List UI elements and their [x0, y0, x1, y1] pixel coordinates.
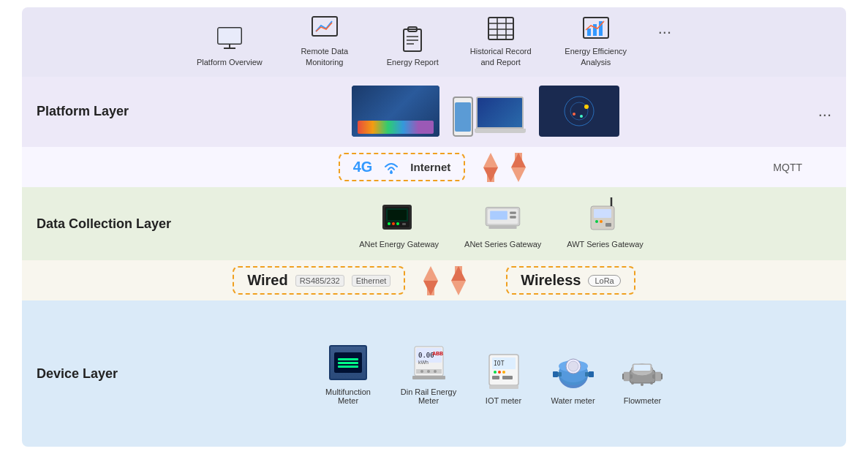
svg-point-49 — [595, 220, 598, 223]
awt-series-gateway-icon — [585, 197, 625, 238]
svg-point-23 — [584, 105, 589, 109]
meter-screen — [334, 352, 362, 373]
svg-rect-18 — [593, 24, 597, 36]
app-icon-energy-efficiency: Energy Efficiency Analysis — [563, 15, 629, 67]
app-more-dots: ... — [658, 15, 671, 38]
svg-text:ABB: ABB — [432, 351, 443, 356]
ethernet-label: Ethernet — [352, 275, 391, 287]
svg-rect-38 — [402, 223, 406, 225]
meter-line-1 — [338, 358, 358, 360]
device-layer: Device Layer Multifunction Meter — [22, 300, 846, 447]
anet-energy-gateway-label: ANet Energy Gateway — [359, 240, 439, 249]
svg-rect-96 — [655, 372, 661, 381]
gateway-anet-energy: ANet Energy Gateway — [359, 199, 439, 249]
device-din-rail-meter: 0.00 kWh ABB Din Rail Energy Meter — [399, 343, 458, 405]
svg-rect-1 — [218, 28, 241, 44]
water-meter-icon — [551, 352, 595, 392]
svg-point-98 — [641, 383, 644, 386]
svg-marker-30 — [511, 153, 526, 167]
svg-rect-20 — [546, 88, 612, 134]
multifunction-meter-label: Multifunction Meter — [319, 387, 377, 405]
monitor-icon — [215, 26, 244, 53]
internet-connection-layer: 4G Internet MQTT — [22, 147, 846, 187]
svg-rect-85 — [553, 371, 558, 377]
arrow-up-icon — [507, 153, 529, 182]
platform-screenshot-map — [539, 86, 619, 137]
gateway-anet-series: ANet Series Gateway — [464, 199, 541, 249]
platform-screenshots — [154, 86, 818, 137]
svg-rect-74 — [492, 376, 499, 379]
din-rail-meter-label: Din Rail Energy Meter — [399, 387, 458, 405]
wireless-protocol-box: Wireless LoRa — [506, 266, 635, 295]
anet-energy-icon-box — [379, 199, 419, 235]
multifunction-meter-icon-box — [325, 343, 372, 383]
platform-screenshot-mobile — [453, 86, 526, 137]
water-meter-label: Water meter — [551, 396, 595, 405]
svg-point-35 — [388, 222, 390, 225]
svg-marker-57 — [451, 266, 466, 281]
wifi-signal-icon — [381, 159, 401, 175]
arrow-down-icon — [480, 153, 502, 182]
device-flowmeter: Flowmeter — [619, 352, 666, 405]
svg-text:IOT: IOT — [494, 360, 505, 367]
svg-point-97 — [631, 382, 634, 385]
device-icons: Multifunction Meter 0.00 kWh — [154, 343, 831, 405]
app-icon-remote-data: Remote Data Monitoring — [292, 15, 358, 67]
wireless-label: Wireless — [521, 272, 581, 289]
anet-series-gateway-label: ANet Series Gateway — [464, 240, 541, 249]
lora-label: LoRa — [588, 275, 620, 287]
svg-rect-76 — [489, 385, 518, 389]
svg-rect-42 — [490, 211, 507, 220]
svg-rect-86 — [589, 371, 594, 377]
multifunction-meter-icon — [329, 345, 367, 380]
platform-more-dots: ... — [818, 102, 831, 121]
application-layer: Platform Overview Remote Data Monitoring — [22, 7, 846, 77]
svg-rect-66 — [412, 376, 445, 379]
svg-rect-44 — [510, 216, 516, 218]
platform-screenshot-monitor — [352, 86, 439, 137]
data-collection-title: Data Collection Layer — [37, 216, 171, 232]
device-multifunction-meter: Multifunction Meter — [319, 343, 377, 405]
awt-series-icon-box — [585, 199, 625, 235]
flowmeter-icon-box — [619, 352, 666, 392]
data-collection-layer: Data Collection Layer — [22, 187, 846, 260]
app-icon-label-platform-overview: Platform Overview — [197, 57, 263, 67]
device-layer-title: Device Layer — [37, 366, 154, 382]
din-rail-meter-icon-box: 0.00 kWh ABB — [405, 343, 453, 383]
svg-point-73 — [502, 371, 505, 374]
wired-label: Wired — [247, 272, 287, 289]
device-iot-meter: IOT IOT meter — [480, 352, 527, 405]
wired-wireless-arrows — [420, 266, 469, 295]
device-water-meter: Water meter — [549, 352, 597, 405]
platform-layer: Platform Layer — [22, 75, 846, 147]
clipboard-icon — [398, 26, 427, 53]
map-display-icon — [546, 88, 612, 134]
iot-meter-label: IOT meter — [486, 396, 521, 405]
app-icon-label-remote-data: Remote Data Monitoring — [292, 46, 358, 67]
awt-series-gateway-label: AWT Series Gateway — [567, 240, 644, 249]
chart-icon — [310, 15, 339, 42]
wired-wireless-layer: Wired RS485/232 Ethernet Wireless LoRa — [22, 260, 846, 300]
app-icon-label-efficiency: Energy Efficiency Analysis — [563, 46, 629, 67]
svg-rect-45 — [489, 226, 517, 229]
wired-protocol-box: Wired RS485/232 Ethernet — [233, 266, 405, 295]
svg-point-36 — [392, 222, 395, 225]
svg-marker-28 — [483, 167, 498, 182]
svg-point-24 — [573, 113, 575, 116]
grid-icon — [486, 15, 516, 42]
platform-layer-title: Platform Layer — [37, 104, 154, 119]
iot-meter-icon: IOT — [485, 352, 523, 392]
meter-line-3 — [338, 366, 358, 368]
svg-point-63 — [420, 370, 423, 373]
laptop-base — [475, 129, 526, 133]
svg-point-37 — [396, 222, 399, 225]
mqtt-label: MQTT — [773, 162, 802, 173]
svg-point-99 — [650, 382, 653, 385]
app-icon-historical-record: Historical Record and Report — [468, 15, 534, 67]
water-meter-icon-box — [549, 352, 597, 392]
svg-point-65 — [434, 370, 437, 373]
svg-point-64 — [427, 370, 430, 373]
app-icon-label-historical: Historical Record and Report — [468, 46, 534, 67]
ww-arrow-down-icon — [420, 266, 442, 295]
svg-rect-34 — [388, 210, 407, 220]
